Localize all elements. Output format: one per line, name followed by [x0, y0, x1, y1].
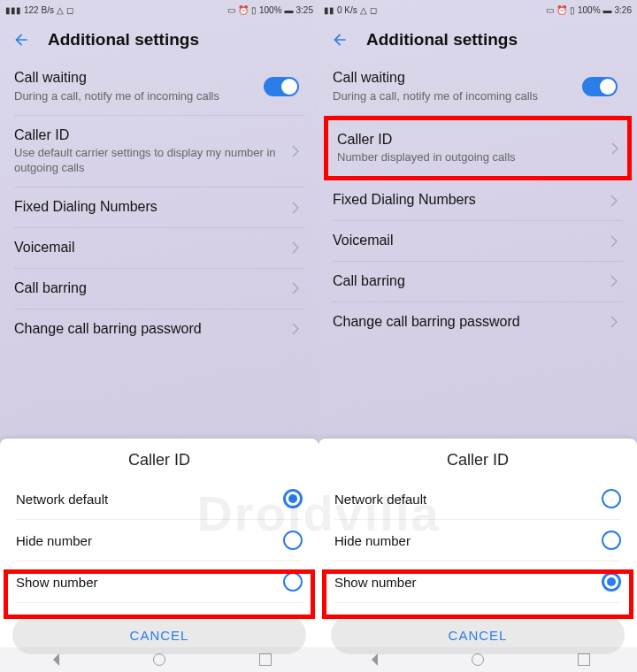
alarm-icon: ⏰ [238, 5, 249, 15]
option-label: Network default [334, 492, 426, 507]
item-fdn[interactable]: Fixed Dialing Numbers [14, 187, 304, 228]
clock-text: 3:25 [296, 5, 313, 15]
battery-icon: ▬ [285, 5, 294, 15]
item-title: Change call barring password [14, 320, 202, 339]
option-label: Hide number [16, 533, 92, 548]
item-call-barring[interactable]: Call barring [14, 269, 304, 309]
app-header: Additional settings [0, 19, 318, 58]
item-subtitle: During a call, notify me of incoming cal… [14, 89, 219, 104]
item-subtitle: Number displayed in outgoing calls [337, 150, 516, 165]
item-call-waiting[interactable]: Call waiting During a call, notify me of… [333, 58, 623, 116]
network-speed: 122 B/s [24, 5, 54, 15]
chevron-right-icon [610, 195, 618, 207]
back-button[interactable] [331, 31, 349, 49]
chevron-right-icon [610, 316, 618, 328]
battery-text: 100% [259, 5, 282, 15]
cloud-icon: △ [57, 5, 64, 15]
item-voicemail[interactable]: Voicemail [333, 221, 623, 262]
item-title: Fixed Dialing Numbers [14, 198, 157, 217]
option-label: Network default [16, 492, 108, 507]
sheet-title: Caller ID [0, 451, 318, 478]
item-title: Caller ID [337, 131, 516, 149]
status-bar: ▮▮ 0 K/s △ ◻ ▭ ⏰ ▯ 100% ▬ 3:26 [318, 0, 637, 19]
page-title: Additional settings [366, 30, 518, 50]
chevron-right-icon [292, 323, 299, 335]
alarm-icon: ⏰ [556, 5, 567, 15]
screen-right: ▮▮ 0 K/s △ ◻ ▭ ⏰ ▯ 100% ▬ 3:26 Additiona… [318, 0, 637, 672]
page-title: Additional settings [48, 30, 199, 50]
chevron-right-icon [292, 241, 299, 254]
toggle-call-waiting[interactable] [582, 77, 618, 96]
item-caller-id[interactable]: Caller ID Number displayed in outgoing c… [324, 116, 632, 181]
signal-icon: ▮▮▮ [5, 5, 21, 15]
settings-list: Call waiting During a call, notify me of… [0, 58, 318, 348]
chevron-right-icon [611, 142, 618, 155]
system-nav-bar [0, 647, 318, 672]
item-title: Call waiting [14, 69, 219, 88]
radio-selected-icon [602, 572, 621, 592]
app-header: Additional settings [318, 19, 637, 58]
radio-unselected-icon [602, 489, 621, 508]
chevron-right-icon [610, 275, 618, 287]
battery-text: 100% [578, 5, 601, 15]
chevron-right-icon [292, 145, 299, 157]
item-title: Fixed Dialing Numbers [333, 191, 476, 210]
item-call-barring[interactable]: Call barring [333, 262, 623, 302]
radio-selected-icon [283, 489, 303, 508]
vibrate-icon: ▯ [251, 5, 257, 15]
option-label: Hide number [334, 533, 411, 548]
item-change-password[interactable]: Change call barring password [14, 309, 304, 349]
item-caller-id[interactable]: Caller ID Use default carrier settings t… [14, 116, 304, 188]
back-button[interactable] [12, 31, 30, 49]
cast-icon: ▭ [227, 5, 235, 15]
option-show-number[interactable]: Show number [334, 561, 621, 603]
screen-left: ▮▮▮ 122 B/s △ ◻ ▭ ⏰ ▯ 100% ▬ 3:25 Additi… [0, 0, 318, 672]
option-network-default[interactable]: Network default [334, 478, 621, 520]
item-subtitle: Use default carrier settings to display … [14, 146, 283, 176]
item-title: Call barring [333, 272, 405, 291]
sheet-title: Caller ID [318, 451, 637, 478]
nav-back-icon[interactable] [365, 653, 378, 666]
option-label: Show number [16, 575, 98, 590]
option-hide-number[interactable]: Hide number [16, 520, 303, 561]
cast-icon: ▭ [546, 5, 554, 15]
nav-recent-icon[interactable] [578, 653, 590, 666]
item-subtitle: During a call, notify me of incoming cal… [333, 89, 538, 104]
chevron-right-icon [292, 282, 299, 294]
sync-icon: ◻ [66, 5, 73, 15]
bottom-sheet-caller-id: Caller ID Network default Hide number Sh… [318, 439, 637, 672]
system-nav-bar [318, 647, 637, 672]
nav-home-icon[interactable] [153, 653, 165, 666]
item-title: Voicemail [333, 232, 393, 250]
settings-list: Call waiting During a call, notify me of… [318, 58, 637, 342]
battery-icon: ▬ [603, 5, 612, 15]
clock-text: 3:26 [615, 5, 632, 15]
chevron-right-icon [292, 202, 299, 214]
item-title: Call barring [14, 279, 87, 298]
option-label: Show number [334, 575, 417, 590]
vibrate-icon: ▯ [570, 5, 575, 15]
option-hide-number[interactable]: Hide number [334, 520, 621, 561]
nav-back-icon[interactable] [47, 653, 59, 666]
option-show-number[interactable]: Show number [16, 561, 303, 603]
bottom-sheet-caller-id: Caller ID Network default Hide number Sh… [0, 439, 318, 672]
signal-icon: ▮▮ [324, 5, 334, 15]
nav-home-icon[interactable] [472, 653, 484, 666]
item-fdn[interactable]: Fixed Dialing Numbers [333, 180, 623, 221]
chevron-right-icon [610, 235, 618, 248]
radio-unselected-icon [602, 531, 621, 550]
option-network-default[interactable]: Network default [16, 478, 303, 520]
toggle-call-waiting[interactable] [264, 77, 299, 96]
item-title: Call waiting [333, 69, 538, 88]
radio-unselected-icon [283, 531, 303, 550]
network-speed: 0 K/s [337, 5, 357, 15]
item-call-waiting[interactable]: Call waiting During a call, notify me of… [14, 58, 304, 116]
item-change-password[interactable]: Change call barring password [333, 302, 623, 342]
status-bar: ▮▮▮ 122 B/s △ ◻ ▭ ⏰ ▯ 100% ▬ 3:25 [0, 0, 318, 19]
cloud-icon: △ [360, 5, 367, 15]
item-title: Voicemail [14, 239, 74, 257]
item-voicemail[interactable]: Voicemail [14, 228, 304, 269]
radio-unselected-icon [283, 572, 303, 592]
item-title: Caller ID [14, 126, 283, 145]
nav-recent-icon[interactable] [259, 653, 272, 666]
